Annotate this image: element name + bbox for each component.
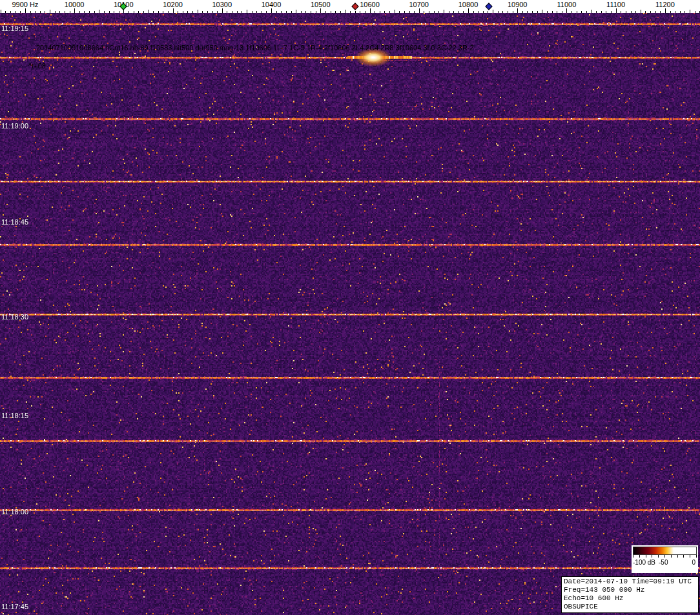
time-label: 11:19:00	[1, 122, 28, 130]
freq-tick	[74, 8, 75, 13]
colorbar-max-label: 0	[692, 559, 695, 566]
freq-tick-label: 9900 Hz	[12, 1, 38, 8]
freq-tick-label: 11000	[557, 1, 577, 8]
freq-tick	[271, 8, 272, 13]
frequency-ruler: 9900 Hz100001010010200103001040010500106…	[0, 0, 700, 13]
waterfall-area: 20140710091908664 hCnt16 nb-89 f10583 hi…	[0, 13, 700, 615]
freq-tick-label: 10800	[458, 1, 479, 8]
time-label: 11:19:15	[1, 25, 28, 32]
info-line: Date=2014-07-10 Time=09:19 UTC	[564, 578, 696, 586]
freq-tick-label: 11200	[655, 1, 675, 8]
colorbar-mid-label: -50	[659, 559, 668, 566]
info-line: Freq=143 050 000 Hz	[564, 586, 696, 594]
observation-info-box: Date=2014-07-10 Time=09:19 UTCFreq=143 0…	[561, 576, 699, 613]
time-label: 11:17:45	[1, 603, 28, 610]
info-line: OBSUPICE	[564, 603, 696, 611]
colorbar-gradient	[633, 547, 697, 555]
time-offset-label: ^t+08	[28, 62, 46, 70]
freq-tick	[566, 8, 567, 13]
freq-tick	[25, 8, 26, 13]
red-diamond-marker	[351, 3, 358, 10]
time-label: 11:18:00	[1, 508, 28, 516]
time-label: 11:18:45	[1, 218, 28, 226]
freq-tick	[173, 8, 174, 13]
freq-tick	[665, 8, 666, 13]
freq-tick	[370, 8, 371, 13]
freq-tick	[419, 8, 420, 13]
spectrogram-canvas	[0, 13, 700, 615]
colorbar-labels: -100 dB -50 0	[633, 558, 697, 567]
freq-tick-label: 10900	[508, 1, 528, 8]
time-label: 11:18:15	[1, 412, 28, 419]
freq-tick-label: 10500	[311, 1, 331, 8]
freq-tick-label: 10200	[163, 1, 183, 8]
freq-tick	[468, 8, 469, 13]
freq-tick-label: 10700	[409, 1, 429, 8]
info-line: Echo=10 600 Hz	[564, 594, 696, 603]
freq-tick	[517, 8, 518, 13]
freq-tick	[320, 8, 321, 13]
freq-tick-label: 10600	[360, 1, 380, 8]
intensity-colorbar: -100 dB -50 0	[632, 545, 698, 573]
time-label: 11:18:30	[1, 313, 28, 321]
freq-tick	[222, 8, 223, 13]
meteor-spectrogram-screen: 9900 Hz100001010010200103001040010500106…	[0, 0, 700, 615]
blue-diamond-marker	[485, 3, 492, 10]
freq-tick	[616, 8, 617, 13]
freq-tick-label: 10400	[262, 1, 282, 8]
freq-tick-label: 10300	[212, 1, 232, 8]
colorbar-min-label: -100 dB	[633, 559, 655, 566]
freq-tick-label: 10000	[65, 1, 85, 8]
detection-annotation: 20140710091908664 hCnt16 nb-89 f10583 hi…	[36, 44, 474, 52]
freq-tick-label: 11100	[606, 1, 625, 8]
